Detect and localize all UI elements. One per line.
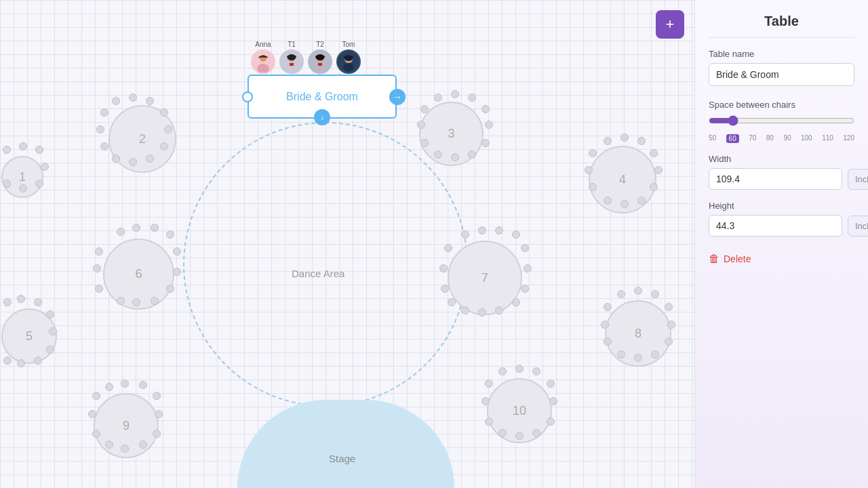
slider-label-120: 120 <box>843 134 854 143</box>
chair <box>654 166 663 174</box>
chair <box>146 97 154 105</box>
avatar-anna <box>251 49 275 74</box>
round-table-7[interactable]: 7 <box>448 241 522 315</box>
slider-label-100: 100 <box>801 134 812 143</box>
table-number-6: 6 <box>135 267 142 281</box>
width-input[interactable] <box>709 168 842 190</box>
plus-icon: + <box>666 16 675 33</box>
chair <box>451 153 459 161</box>
slider-label-80: 80 <box>766 134 774 143</box>
chair <box>667 321 675 329</box>
table-number-5: 5 <box>26 329 33 344</box>
chair <box>46 346 54 354</box>
chair <box>139 381 147 389</box>
chair <box>620 134 629 142</box>
width-section: Width Inches <box>709 154 854 190</box>
chair <box>417 121 425 129</box>
stage-label: Stage <box>329 453 355 464</box>
chair <box>650 149 658 157</box>
stage <box>237 400 454 488</box>
chair <box>3 146 11 154</box>
chair <box>468 150 476 159</box>
chair <box>35 180 43 188</box>
chair <box>481 397 490 405</box>
chair <box>100 142 108 150</box>
chair <box>439 264 448 272</box>
chair <box>3 180 11 188</box>
chair <box>160 142 168 150</box>
chair <box>19 184 27 192</box>
bridal-table-name: Bride & Groom <box>286 91 358 103</box>
dance-area <box>183 122 468 407</box>
table-name-label: Table name <box>709 49 854 59</box>
expand-arrow[interactable]: → <box>389 89 406 105</box>
chair <box>665 303 673 311</box>
chair <box>651 290 659 298</box>
chair <box>515 432 524 440</box>
chair <box>634 287 642 295</box>
chair <box>132 298 140 306</box>
chair <box>117 228 125 236</box>
dance-area-label: Dance Area <box>292 268 344 279</box>
svg-rect-5 <box>290 63 294 66</box>
width-row: Inches <box>709 168 854 190</box>
avatar-t1 <box>279 49 304 74</box>
chair <box>95 285 103 293</box>
height-input[interactable] <box>709 215 842 237</box>
chair <box>139 441 147 449</box>
chair <box>166 285 174 293</box>
chair <box>92 430 100 438</box>
chair <box>164 125 172 134</box>
chair <box>132 224 140 232</box>
chair <box>151 224 159 232</box>
chair <box>498 367 507 375</box>
chair <box>112 155 120 163</box>
guest-t1: T1 <box>279 41 304 74</box>
chair <box>121 380 129 388</box>
table-number-7: 7 <box>481 271 488 285</box>
delete-button[interactable]: 🗑 Delete <box>709 253 854 265</box>
chair <box>512 298 520 306</box>
delete-label: Delete <box>724 253 751 264</box>
sidebar: Table Table name Space between chairs 50… <box>694 0 868 488</box>
bridal-table[interactable]: Bride & Groom → ↓ <box>248 75 397 119</box>
chair <box>532 429 540 437</box>
chair <box>585 166 593 174</box>
chair <box>478 226 486 235</box>
width-unit: Inches <box>848 169 868 190</box>
space-section: Space between chairs 50 60 70 80 90 100 … <box>709 100 854 143</box>
chair <box>160 108 168 117</box>
chair <box>434 150 442 159</box>
chair <box>521 285 529 293</box>
trash-icon: 🗑 <box>709 253 719 265</box>
add-table-button[interactable]: + <box>656 10 684 39</box>
chair <box>495 226 503 235</box>
bridal-table-container[interactable]: Anna T1 <box>248 41 397 85</box>
slider-label-50: 50 <box>709 134 716 143</box>
svg-rect-8 <box>318 63 322 66</box>
chair <box>485 121 493 129</box>
space-label: Space between chairs <box>709 100 854 110</box>
chair <box>604 197 612 205</box>
table-number-8: 8 <box>635 327 642 341</box>
chair <box>515 365 524 373</box>
chair <box>498 429 507 437</box>
table-name-input[interactable] <box>709 63 854 86</box>
chair <box>105 441 113 449</box>
chair <box>547 418 555 426</box>
slider-labels: 50 60 70 80 90 100 110 120 <box>709 134 854 143</box>
slider-label-60[interactable]: 60 <box>726 134 739 143</box>
chair <box>49 327 57 336</box>
chair <box>96 125 104 134</box>
space-slider[interactable] <box>709 115 854 126</box>
chair <box>34 357 42 365</box>
chair <box>173 268 181 276</box>
guest-anna: Anna <box>251 41 275 74</box>
table-number-10: 10 <box>513 404 526 418</box>
height-label: Height <box>709 201 854 211</box>
resize-handle-bottom[interactable]: ↓ <box>314 109 330 125</box>
avatar-t2 <box>308 49 332 74</box>
resize-handle-left[interactable] <box>242 92 253 102</box>
chair <box>521 244 529 252</box>
chair <box>441 285 449 293</box>
